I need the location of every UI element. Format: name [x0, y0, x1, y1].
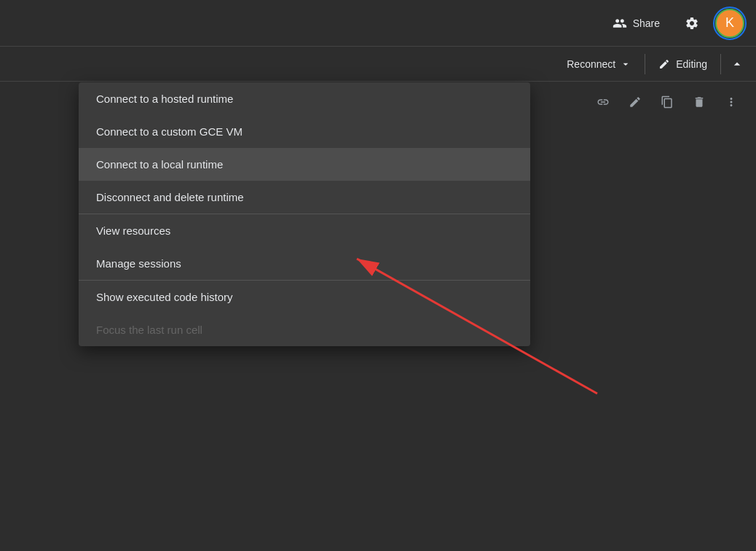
copy-cell-button[interactable] — [654, 89, 680, 115]
menu-item-0-0[interactable]: Connect to a hosted runtime — [79, 82, 530, 115]
delete-cell-button[interactable] — [686, 89, 712, 115]
reconnect-button[interactable]: Reconnect — [556, 54, 642, 74]
menu-item-1-0[interactable]: View resources — [79, 214, 530, 247]
toolbar: Reconnect Editing — [0, 47, 756, 82]
chevron-down-icon — [620, 58, 631, 70]
header: Share K — [0, 0, 756, 47]
settings-button[interactable] — [677, 9, 706, 38]
reconnect-label: Reconnect — [567, 58, 615, 70]
menu-section-1: View resourcesManage sessions — [79, 214, 530, 281]
toolbar-divider — [645, 54, 645, 74]
dropdown-menu: Connect to a hosted runtimeConnect to a … — [79, 82, 530, 346]
chevron-up-icon — [730, 57, 744, 71]
more-options-button[interactable] — [718, 89, 744, 115]
menu-item-0-2[interactable]: Connect to a local runtime — [79, 148, 530, 181]
editing-label: Editing — [676, 58, 707, 70]
menu-item-1-1[interactable]: Manage sessions — [79, 247, 530, 280]
edit-icon — [629, 95, 642, 109]
share-icon — [613, 16, 627, 31]
menu-item-0-1[interactable]: Connect to a custom GCE VM — [79, 115, 530, 148]
link-icon — [596, 95, 610, 109]
copy-icon — [661, 95, 674, 109]
avatar-letter: K — [725, 15, 734, 31]
edit-cell-button[interactable] — [622, 89, 648, 115]
link-cell-button[interactable] — [590, 89, 616, 115]
menu-item-2-0[interactable]: Show executed code history — [79, 281, 530, 313]
menu-item-2-1: Focus the last run cell — [79, 313, 530, 346]
more-vert-icon — [725, 95, 738, 109]
share-button[interactable]: Share — [604, 10, 669, 36]
delete-icon — [693, 95, 706, 109]
menu-item-0-3[interactable]: Disconnect and delete runtime — [79, 181, 530, 214]
pencil-icon — [658, 58, 670, 70]
avatar[interactable]: K — [715, 9, 744, 38]
share-label: Share — [633, 17, 660, 29]
gear-icon — [685, 16, 699, 31]
toolbar-divider-2 — [720, 54, 721, 74]
menu-section-0: Connect to a hosted runtimeConnect to a … — [79, 82, 530, 214]
menu-section-2: Show executed code historyFocus the last… — [79, 281, 530, 346]
editing-button[interactable]: Editing — [648, 54, 717, 74]
collapse-button[interactable] — [724, 51, 750, 77]
